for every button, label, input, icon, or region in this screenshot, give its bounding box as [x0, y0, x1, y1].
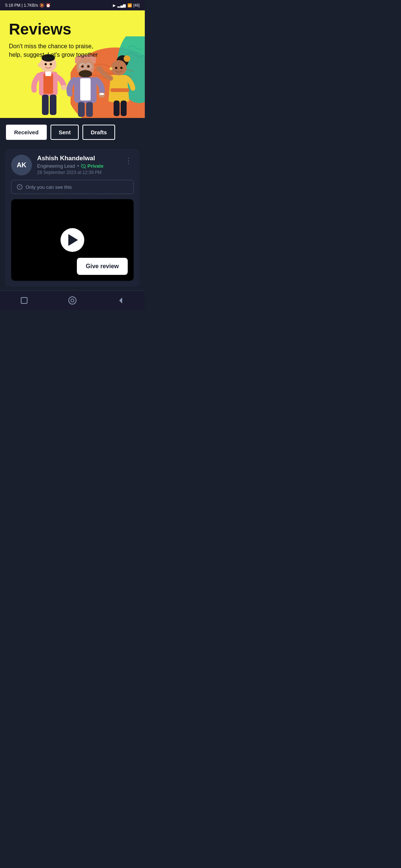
svg-rect-26	[86, 102, 93, 117]
bluetooth-icon: ▶	[113, 3, 116, 7]
tabs-section: Received Sent Drafts	[0, 118, 145, 145]
svg-point-38	[120, 67, 123, 69]
review-date: 28 September 2023 at 12:39 PM	[37, 170, 118, 175]
private-notice-text: Only you can see this	[26, 184, 72, 190]
dot-separator: •	[77, 163, 79, 169]
play-icon	[68, 234, 78, 246]
circle-icon	[67, 295, 78, 306]
svg-point-11	[45, 63, 47, 65]
svg-rect-35	[114, 101, 120, 116]
svg-point-8	[61, 85, 67, 90]
svg-rect-24	[100, 93, 104, 95]
svg-point-37	[115, 67, 117, 69]
svg-rect-25	[78, 102, 85, 117]
hero-subtitle: Don't miss the chance to praise, help, s…	[9, 42, 98, 59]
nav-back-button[interactable]	[115, 295, 127, 306]
info-icon	[17, 184, 23, 190]
hero-section: Reviews Don't miss the chance to praise,…	[0, 10, 145, 118]
svg-rect-33	[111, 88, 129, 92]
privacy-badge: Private	[81, 163, 103, 169]
bottom-nav	[0, 290, 145, 310]
more-options-button[interactable]: ⋮	[123, 155, 134, 167]
eye-off-icon	[81, 164, 86, 169]
give-review-button[interactable]: Give review	[77, 258, 128, 275]
wifi-icon: 📶	[127, 3, 132, 7]
square-icon	[20, 296, 29, 305]
reviewer-name: Ashish Khandelwal	[37, 155, 118, 162]
nav-home-button[interactable]	[66, 295, 78, 306]
private-notice: Only you can see this	[11, 180, 134, 194]
status-bar: 5:18 PM | 1.7KB/s 🔕 ⏰ ▶ ▂▄▆ 📶 [46]	[0, 0, 145, 10]
privacy-label: Private	[87, 163, 103, 169]
signal-icon: ▂▄▆	[117, 3, 126, 7]
svg-point-12	[50, 63, 52, 65]
svg-rect-9	[42, 95, 49, 115]
svg-rect-7	[45, 72, 51, 76]
nav-square-button[interactable]	[18, 295, 30, 306]
svg-point-20	[79, 70, 92, 78]
svg-rect-36	[121, 101, 127, 116]
play-button[interactable]	[61, 228, 84, 252]
svg-marker-46	[119, 297, 122, 303]
reviewer-role: Engineering Lead • Private	[37, 163, 118, 169]
video-player[interactable]: Give review	[11, 199, 134, 281]
svg-point-27	[81, 65, 84, 68]
tab-drafts[interactable]: Drafts	[82, 125, 115, 140]
hero-title: Reviews	[9, 21, 136, 38]
battery-icon: [46]	[133, 3, 140, 7]
svg-point-34	[96, 66, 103, 72]
avatar: AK	[11, 155, 32, 175]
svg-point-28	[87, 65, 89, 68]
tab-received[interactable]: Received	[6, 125, 47, 140]
svg-point-45	[71, 299, 74, 302]
svg-point-30	[124, 55, 130, 62]
hero-illustration	[0, 53, 145, 118]
review-header: AK Ashish Khandelwal Engineering Lead • …	[11, 155, 134, 175]
svg-rect-43	[21, 297, 27, 303]
status-time-network: 5:18 PM | 1.7KB/s 🔕 ⏰	[5, 3, 51, 8]
reviewer-info: Ashish Khandelwal Engineering Lead • Pri…	[37, 155, 118, 175]
role-label: Engineering Lead	[37, 163, 75, 169]
tab-sent[interactable]: Sent	[50, 125, 79, 140]
status-icons: ▶ ▂▄▆ 📶 [46]	[113, 3, 140, 7]
svg-point-31	[111, 60, 127, 76]
back-icon	[116, 296, 125, 305]
svg-rect-22	[80, 78, 91, 101]
svg-point-44	[69, 297, 76, 304]
svg-point-32	[110, 67, 113, 70]
review-card: AK Ashish Khandelwal Engineering Lead • …	[5, 149, 140, 287]
svg-rect-6	[43, 73, 53, 94]
svg-rect-10	[50, 95, 56, 115]
svg-point-4	[38, 63, 42, 67]
svg-point-42	[19, 188, 20, 188]
